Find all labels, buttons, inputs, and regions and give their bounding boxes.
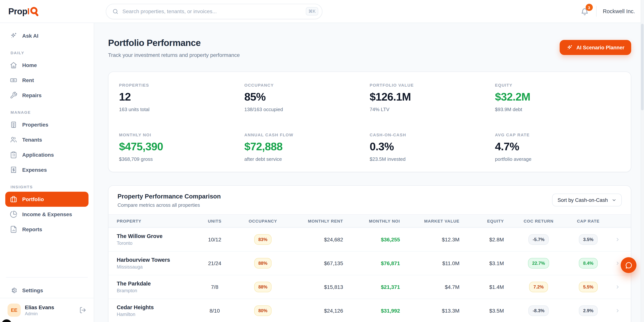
search-icon xyxy=(112,8,119,14)
sidebar-item-label: Applications xyxy=(22,152,54,158)
sidebar: Ask AI DAILY Home Rent Repairs MANAGE Pr… xyxy=(0,23,94,322)
receipt-icon xyxy=(10,166,17,174)
user-profile[interactable]: EE Elias Evans Admin xyxy=(0,298,94,322)
topbar-right: 3 Rockwell Inc. xyxy=(580,6,644,16)
sidebar-item-label: Repairs xyxy=(22,92,42,98)
sidebar-item-label: Rent xyxy=(22,77,34,83)
chevron-right-icon[interactable] xyxy=(603,308,631,313)
table-title: Property Performance Comparison xyxy=(118,193,221,200)
sidebar-section-daily: DAILY xyxy=(10,50,88,55)
coc-return-pill: 7.2% xyxy=(529,282,548,292)
company-name[interactable]: Rockwell Inc. xyxy=(603,8,635,14)
sidebar-item-applications[interactable]: Applications xyxy=(5,147,88,162)
sidebar-divider xyxy=(6,277,88,278)
coc-return-pill: 22.7% xyxy=(528,258,549,268)
user-role: Admin xyxy=(25,311,54,316)
sidebar-item-reports[interactable]: Reports xyxy=(5,222,88,237)
property-comparison-card: Property Performance Comparison Compare … xyxy=(108,185,631,322)
ai-scenario-planner-button[interactable]: AI Scenario Planner xyxy=(560,40,631,55)
sort-dropdown[interactable]: Sort by Cash-on-Cash xyxy=(552,194,622,206)
sidebar-item-portfolio[interactable]: Portfolio xyxy=(5,192,88,207)
user-name: Elias Evans xyxy=(25,304,54,310)
table-row[interactable]: Harbourview Towers Mississauga 21/24 88%… xyxy=(108,251,631,275)
global-search[interactable]: ⌘K xyxy=(106,4,322,19)
app-viewport: PropI ⌘K 3 Rockwell Inc. Ask AI DAILY xyxy=(0,0,644,322)
coc-return-pill: -8.3% xyxy=(528,306,549,316)
stat-portfolio-value: PORTFOLIO VALUE $126.1M 74% LTV xyxy=(370,83,495,112)
sidebar-item-label: Tenants xyxy=(22,137,42,143)
notification-count-badge: 3 xyxy=(586,4,592,11)
clipboard-icon xyxy=(10,151,17,158)
banknote-icon xyxy=(10,76,17,84)
sidebar-item-repairs[interactable]: Repairs xyxy=(5,88,88,103)
sparkles-icon xyxy=(10,32,17,40)
file-chart-icon xyxy=(10,226,17,233)
sidebar-item-label: Ask AI xyxy=(22,33,38,39)
search-input[interactable] xyxy=(122,8,306,14)
stat-cash-on-cash: CASH-ON-CASH 0.3% $23.5M invested xyxy=(370,132,495,162)
chevron-right-icon[interactable] xyxy=(603,237,631,242)
cap-rate-pill: 8.4% xyxy=(579,258,598,268)
sidebar-item-tenants[interactable]: Tenants xyxy=(5,132,88,147)
sidebar-item-settings[interactable]: Settings xyxy=(5,283,88,298)
coc-return-pill: -5.7% xyxy=(528,234,549,245)
table-row[interactable]: The Parkdale Brampton 7/8 88% $15,813 $2… xyxy=(108,275,631,299)
property-city: Mississauga xyxy=(117,264,188,270)
pie-chart-icon xyxy=(10,210,17,218)
table-row[interactable]: Cedar Heights Hamilton 8/10 80% $24,126 … xyxy=(108,299,631,322)
logout-button[interactable] xyxy=(79,306,86,314)
stat-properties: PROPERTIES 12 163 units total xyxy=(119,83,244,112)
main-content: Portfolio Performance Track your investm… xyxy=(94,23,644,322)
sidebar-section-manage: MANAGE xyxy=(10,110,88,114)
sidebar-item-label: Portfolio xyxy=(22,196,44,202)
sparkles-icon xyxy=(566,44,573,51)
stat-monthly-noi: MONTHLY NOI $475,390 $368,709 gross xyxy=(119,132,244,162)
sidebar-section-insights: INSIGHTS xyxy=(10,184,88,189)
wrench-icon xyxy=(10,92,17,99)
cap-rate-pill: 2.9% xyxy=(579,306,598,316)
table-row[interactable]: The Willow Grove Toronto 10/12 83% $24,6… xyxy=(108,228,631,251)
property-name: Harbourview Towers xyxy=(117,257,188,263)
page-subtitle: Track your investment returns and proper… xyxy=(108,52,240,58)
sidebar-item-label: Home xyxy=(22,62,37,68)
occupancy-pill: 88% xyxy=(254,282,272,292)
property-city: Toronto xyxy=(117,241,188,246)
logout-icon xyxy=(79,306,86,314)
sidebar-item-expenses[interactable]: Expenses xyxy=(5,162,88,178)
magnifier-logo-icon xyxy=(30,7,39,16)
property-name: Cedar Heights xyxy=(117,304,188,310)
table-header-row: PROPERTY UNITS OCCUPANCY MONTHLY RENT MO… xyxy=(108,214,631,228)
vertical-scrollbar[interactable] xyxy=(640,0,644,322)
users-icon xyxy=(10,136,17,144)
gear-icon xyxy=(10,286,17,294)
brand-logo[interactable]: PropI xyxy=(0,6,94,16)
sidebar-item-home[interactable]: Home xyxy=(5,58,88,73)
property-name: The Willow Grove xyxy=(117,233,188,239)
sidebar-item-label: Reports xyxy=(22,226,42,232)
scrollbar-thumb[interactable] xyxy=(641,24,644,110)
house-icon xyxy=(10,62,17,69)
chat-fab-button[interactable] xyxy=(621,257,636,273)
notifications-button[interactable]: 3 xyxy=(580,6,590,16)
cap-rate-pill: 5.5% xyxy=(579,282,598,292)
table-subtitle: Compare metrics across all properties xyxy=(118,202,221,208)
chat-bubble-icon xyxy=(624,261,632,269)
sidebar-item-rent[interactable]: Rent xyxy=(5,73,88,88)
occupancy-pill: 88% xyxy=(254,258,272,268)
sidebar-item-income-expenses[interactable]: Income & Expenses xyxy=(5,207,88,222)
portfolio-stats-card: PROPERTIES 12 163 units total OCCUPANCY … xyxy=(108,72,631,172)
topbar: PropI ⌘K 3 Rockwell Inc. xyxy=(0,0,644,23)
sidebar-item-properties[interactable]: Properties xyxy=(5,117,88,132)
stat-annual-cash-flow: ANNUAL CASH FLOW $72,888 after debt serv… xyxy=(244,132,370,162)
occupancy-pill: 83% xyxy=(254,234,272,245)
stat-equity: EQUITY $32.2M $93.9M debt xyxy=(495,83,620,112)
property-name: The Parkdale xyxy=(117,280,188,286)
sidebar-item-label: Settings xyxy=(22,287,43,294)
logo-text-primary: Prop xyxy=(8,6,27,16)
chevron-right-icon[interactable] xyxy=(603,284,631,290)
avatar: EE xyxy=(8,304,21,317)
property-city: Brampton xyxy=(117,288,188,294)
stat-occupancy: OCCUPANCY 85% 138/163 occupied xyxy=(244,83,370,112)
property-city: Hamilton xyxy=(117,312,188,317)
sidebar-item-ask-ai[interactable]: Ask AI xyxy=(5,28,88,43)
